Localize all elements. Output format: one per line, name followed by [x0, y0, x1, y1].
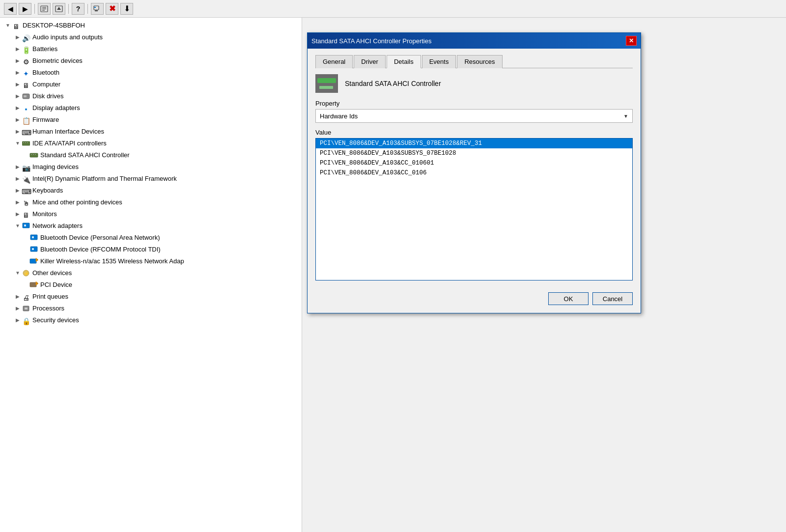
tree-item-network[interactable]: ▼ Network adapters	[0, 220, 302, 232]
value-item-1[interactable]: PCI\VEN_8086&DEV_A103&SUBSYS_07BE1028	[316, 148, 632, 158]
tree-root[interactable]: ▼ 🖥 DESKTOP-4SBBFOH	[0, 20, 302, 31]
tree-item-batteries[interactable]: ▶ 🔋 Batteries	[0, 43, 302, 55]
tree-item-disk[interactable]: ▶ Disk drives	[0, 90, 302, 102]
root-label: DESKTOP-4SBBFOH	[23, 21, 85, 30]
svg-rect-18	[35, 154, 36, 155]
computer-arrow: ▶	[14, 80, 22, 89]
keyboards-arrow: ▶	[14, 186, 22, 196]
tree-item-imaging[interactable]: ▶ 📷 Imaging devices	[0, 161, 302, 173]
tab-details[interactable]: Details	[387, 55, 421, 68]
tree-item-sata[interactable]: Standard SATA AHCI Controller	[0, 149, 302, 161]
tree-item-firmware[interactable]: ▶ 📋 Firmware	[0, 114, 302, 126]
tree-item-print[interactable]: ▶ 🖨 Print queues	[0, 291, 302, 303]
mice-arrow: ▶	[14, 197, 22, 207]
tree-item-bt-rfcomm[interactable]: Bluetooth Device (RFCOMM Protocol TDI)	[0, 244, 302, 255]
other-label: Other devices	[32, 268, 72, 278]
processors-icon	[22, 305, 30, 312]
tree-item-bluetooth[interactable]: ▶ ✦ Bluetooth	[0, 67, 302, 79]
value-label: Value	[315, 129, 633, 136]
svg-rect-11	[22, 141, 30, 145]
svg-rect-16	[31, 154, 32, 155]
svg-rect-30	[30, 282, 36, 287]
processors-label: Processors	[32, 304, 64, 313]
tree-item-security[interactable]: ▶ 🔒 Security devices	[0, 314, 302, 326]
scan-button[interactable]	[91, 3, 104, 15]
svg-rect-20	[24, 224, 26, 226]
forward-button[interactable]: ▶	[19, 3, 31, 15]
ide-arrow: ▼	[14, 139, 22, 148]
dialog-title: Standard SATA AHCI Controller Properties	[311, 37, 431, 45]
monitors-label: Monitors	[32, 209, 57, 219]
mice-label: Mice and other pointing devices	[32, 197, 122, 207]
tree-item-audio[interactable]: ▶ 🔊 Audio inputs and outputs	[0, 31, 302, 43]
tree-item-intel[interactable]: ▶ 🔌 Intel(R) Dynamic Platform and Therma…	[0, 173, 302, 185]
biometric-arrow: ▶	[14, 56, 22, 66]
help-button[interactable]: ?	[72, 3, 84, 15]
toolbar-separator-3	[87, 4, 88, 14]
biometric-icon: ⚙	[22, 57, 30, 65]
computer-label: Computer	[32, 80, 60, 89]
value-listbox[interactable]: PCI\VEN_8086&DEV_A103&SUBSYS_07BE1028&RE…	[315, 138, 633, 280]
intel-icon: 🔌	[22, 175, 30, 183]
value-item-3[interactable]: PCI\VEN_8086&DEV_A103&CC_0106	[316, 168, 632, 178]
tree-item-bt-pan[interactable]: Bluetooth Device (Personal Area Network)	[0, 232, 302, 244]
svg-rect-22	[32, 236, 34, 238]
tab-resources[interactable]: Resources	[457, 55, 502, 68]
batteries-arrow: ▶	[14, 44, 22, 54]
monitors-icon: 🖥	[22, 210, 30, 218]
tree-item-pci[interactable]: ! PCI Device	[0, 279, 302, 291]
print-arrow: ▶	[14, 292, 22, 302]
other-icon: ⚡	[22, 269, 30, 277]
tree-item-biometric[interactable]: ▶ ⚙ Biometric devices	[0, 55, 302, 67]
security-icon: 🔒	[22, 316, 30, 324]
bt-pan-label: Bluetooth Device (Personal Area Network)	[40, 233, 160, 243]
toolbar-separator-1	[34, 4, 35, 14]
properties-dialog: Standard SATA AHCI Controller Properties…	[307, 32, 641, 313]
tree-item-hid[interactable]: ▶ ⌨ Human Interface Devices	[0, 126, 302, 138]
svg-rect-7	[95, 10, 98, 11]
batteries-icon: 🔋	[22, 45, 30, 53]
intel-label: Intel(R) Dynamic Platform and Thermal Fr…	[32, 174, 177, 184]
tab-events[interactable]: Events	[422, 55, 456, 68]
driver-update-button[interactable]	[53, 3, 65, 15]
bt-rfcomm-label: Bluetooth Device (RFCOMM Protocol TDI)	[40, 245, 161, 254]
biometric-label: Biometric devices	[32, 56, 83, 66]
install-button[interactable]: ⬇	[120, 3, 133, 15]
tree-item-computer[interactable]: ▶ 🖥 Computer	[0, 79, 302, 90]
network-icon	[22, 222, 30, 230]
monitors-arrow: ▶	[14, 209, 22, 219]
print-icon: 🖨	[22, 293, 30, 301]
back-button[interactable]: ◀	[4, 3, 17, 15]
tree-item-killer[interactable]: ! Killer Wireless-n/a/ac 1535 Wireless N…	[0, 255, 302, 267]
tree-item-ide[interactable]: ▼ IDE ATA/ATAPI controllers	[0, 138, 302, 149]
tab-general[interactable]: General	[315, 55, 353, 68]
value-item-2[interactable]: PCI\VEN_8086&DEV_A103&CC_010601	[316, 158, 632, 168]
disk-icon	[22, 92, 30, 100]
remove-device-button[interactable]: ✖	[106, 3, 118, 15]
audio-arrow: ▶	[14, 32, 22, 42]
tree-item-monitors[interactable]: ▶ 🖥 Monitors	[0, 208, 302, 220]
dialog-close-button[interactable]: ✕	[626, 36, 637, 46]
killer-icon: !	[29, 257, 38, 265]
svg-rect-10	[24, 95, 27, 97]
svg-rect-15	[30, 153, 38, 157]
ok-button[interactable]: OK	[548, 292, 589, 305]
tree-item-other[interactable]: ▼ ⚡ Other devices	[0, 267, 302, 279]
tree-item-keyboards[interactable]: ▶ ⌨ Keyboards	[0, 185, 302, 196]
computer-icon: 🖥	[12, 22, 21, 29]
tab-driver[interactable]: Driver	[354, 55, 386, 68]
value-item-0[interactable]: PCI\VEN_8086&DEV_A103&SUBSYS_07BE1028&RE…	[316, 139, 632, 148]
properties-button[interactable]	[38, 3, 51, 15]
other-arrow: ▼	[14, 268, 22, 278]
firmware-arrow: ▶	[14, 115, 22, 125]
tree-item-mice[interactable]: ▶ 🖱 Mice and other pointing devices	[0, 196, 302, 208]
intel-arrow: ▶	[14, 174, 22, 184]
tree-item-processors[interactable]: ▶ Processors	[0, 303, 302, 314]
cancel-button[interactable]: Cancel	[592, 292, 633, 305]
property-dropdown[interactable]: Hardware Ids ▼	[315, 109, 633, 123]
tree-item-display[interactable]: ▶ ▪ Display adapters	[0, 102, 302, 114]
pci-label: PCI Device	[40, 280, 72, 290]
right-area: Standard SATA AHCI Controller Properties…	[302, 18, 786, 532]
dialog-buttons: OK Cancel	[315, 288, 633, 307]
killer-label: Killer Wireless-n/a/ac 1535 Wireless Net…	[40, 256, 184, 266]
